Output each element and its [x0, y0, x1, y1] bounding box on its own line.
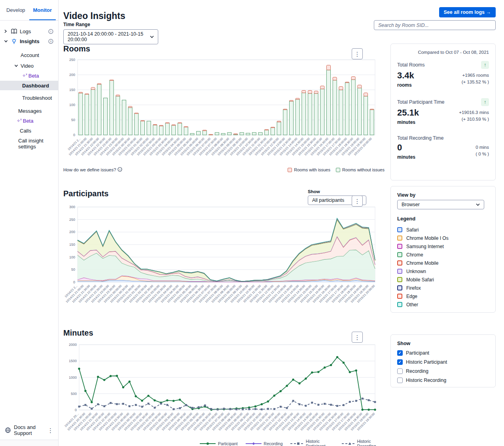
minutes-legend-item: Participant [200, 441, 238, 446]
stat-label: Total Recording Time [397, 135, 443, 141]
show-card: Show ✓Participant✓Historic ParticipantRe… [390, 334, 496, 387]
define-issues-link[interactable]: How do we define issues? i [63, 167, 122, 173]
legend-label: Rooms with issues [294, 167, 330, 172]
view-by-legend: SafariChrome Mobile I OsSamsung Internet… [397, 226, 489, 309]
stat-unit: rooms [397, 82, 414, 88]
show-panel-title: Show [397, 341, 489, 346]
tab-monitor[interactable]: Monitor [29, 0, 56, 20]
chevron-down-icon[interactable] [14, 64, 18, 67]
legend-item-firefox: Firefox [397, 284, 489, 292]
see-all-room-logs-button[interactable]: See all room logs → [439, 7, 496, 17]
rooms-chart-svg: 05010015020025010/14/21 2...10/14/21 21:… [63, 56, 380, 165]
view-by-select[interactable]: Browser [397, 200, 484, 209]
svg-text:300: 300 [69, 205, 75, 209]
checkbox-row-historic-recording: Historic Recording [397, 376, 489, 385]
minutes-menu-button[interactable]: ⋮ [352, 332, 363, 343]
main-content: Video Insights See all room logs → Time … [58, 0, 504, 446]
sidebar-bottom-strip [0, 440, 58, 446]
legend-swatch [397, 244, 402, 249]
svg-text:2000: 2000 [69, 343, 77, 347]
compare-label: Compared to Oct 07 - Oct 08, 2021 [397, 50, 489, 55]
tab-develop[interactable]: Develop [2, 0, 29, 20]
stat-block: Total Rooms↑3.4krooms+1965 rooms(+ 135.5… [397, 61, 489, 88]
sidebar-item-dashboard[interactable]: Dashboard [0, 81, 58, 90]
rooms-menu-button[interactable]: ⋮ [352, 48, 363, 59]
sidebar-item-call-insight-settings[interactable]: Call insight settings [0, 139, 58, 148]
rooms-title: Rooms [63, 44, 385, 53]
cta-label: See all room logs [444, 9, 485, 15]
beta-sparkle-icon: ✧x [22, 73, 27, 78]
sidebar-kebab-icon[interactable]: ⋮ [47, 427, 53, 433]
docs-label: Docs and Support [14, 424, 47, 436]
minutes-legend-item: Historic Recording [342, 439, 385, 446]
time-range-select[interactable]: 2021-10-14 20:00:00 - 2021-10-15 20:00:0… [63, 29, 158, 44]
svg-text:0: 0 [73, 133, 75, 137]
sidebar-item-beta[interactable]: ✧xBeta [0, 116, 58, 125]
participants-menu-button[interactable]: ⋮ [352, 195, 363, 207]
sidebar-item-beta[interactable]: ✧xBeta [0, 71, 58, 80]
arrow-right-icon: → [486, 9, 491, 15]
search-input[interactable] [374, 20, 496, 30]
legend-swatch [397, 260, 402, 266]
svg-text:100: 100 [69, 255, 75, 259]
stat-value: 3.4k [397, 70, 414, 81]
chevron-right-icon[interactable] [4, 29, 8, 33]
participants-section: Participants Show All participants ⋮ 050… [63, 189, 385, 309]
checkbox-label: Historic Recording [406, 378, 446, 383]
sidebar-item-label: Calls [20, 128, 31, 134]
sidebar-tabs: DevelopMonitor [0, 0, 58, 21]
kebab-icon: ⋮ [354, 198, 360, 204]
legend-item-chrome-mobile-i-os: Chrome Mobile I Os [397, 234, 489, 242]
svg-text:200: 200 [69, 230, 75, 234]
sidebar-item-label: Insights [20, 38, 40, 44]
legend-swatch [336, 168, 340, 172]
time-range-group: Time Range 2021-10-14 20:00:00 - 2021-10… [63, 22, 158, 44]
svg-text:50: 50 [71, 118, 75, 122]
sidebar-item-troubleshoot[interactable]: Troubleshoot [0, 93, 58, 102]
show-value: All participants [312, 197, 344, 203]
info-icon[interactable]: i [48, 39, 53, 44]
info-icon[interactable]: i [48, 29, 53, 34]
legend-label: Safari [406, 227, 419, 233]
sidebar-item-label: Account [21, 52, 39, 58]
sidebar-item-messages[interactable]: Messages [0, 106, 58, 116]
checkbox-checked[interactable]: ✓ [397, 359, 403, 365]
trend-up-icon: ↑ [481, 61, 489, 69]
view-by-card: View by Browser Legend SafariChrome Mobi… [390, 186, 496, 313]
legend-label: Other [406, 302, 418, 307]
stat-delta: +1965 rooms(+ 135.52 % ) [462, 72, 489, 88]
stats-card: Compared to Oct 07 - Oct 08, 2021 Total … [390, 44, 496, 180]
legend-item: Rooms without issues [336, 167, 385, 172]
sidebar-item-account[interactable]: Account [0, 50, 58, 60]
beta-sparkle-icon: ✧x [17, 118, 22, 123]
svg-text:0: 0 [73, 280, 75, 284]
checkbox-unchecked[interactable] [397, 368, 403, 374]
legend-item-samsung-internet: Samsung Internet [397, 242, 489, 251]
checkbox-unchecked[interactable] [397, 378, 403, 383]
stat-label: Total Participant Time [397, 99, 445, 105]
view-by-value: Browser [402, 202, 420, 207]
svg-text:50: 50 [71, 268, 75, 271]
legend-label: Chrome Mobile [406, 260, 438, 266]
chevron-down-icon[interactable] [4, 40, 8, 43]
sidebar-item-logs[interactable]: Logsi [0, 27, 58, 36]
minutes-legend-item: Historic Participant [290, 439, 333, 446]
legend-item: Rooms with issues [288, 167, 330, 172]
docs-and-support[interactable]: Docs and Support ⋮ [0, 421, 58, 440]
legend-label: Chrome Mobile I Os [406, 235, 449, 241]
checkbox-label: Historic Participant [406, 359, 447, 365]
checkbox-checked[interactable]: ✓ [397, 350, 403, 356]
svg-text:500: 500 [71, 392, 77, 396]
sidebar-item-video[interactable]: Video [0, 61, 58, 70]
stat-unit: minutes [397, 120, 419, 125]
legend-swatch [397, 227, 402, 232]
stat-block: Total Participant Time↑25.1kminutes+1901… [397, 98, 489, 125]
time-range-value: 2021-10-14 20:00:00 - 2021-10-15 20:00:0… [68, 31, 145, 42]
svg-text:i: i [51, 30, 51, 33]
sidebar-item-insights[interactable]: Insightsi [0, 36, 58, 46]
sidebar-item-calls[interactable]: Calls [0, 126, 58, 135]
minutes-legend: ParticipantRecordingHistoric Participant… [200, 439, 385, 446]
svg-text:250: 250 [69, 218, 75, 222]
participants-chart: 05010015020025030010/14/21 2...10/14/21 … [63, 204, 385, 309]
legend-swatch [397, 269, 402, 274]
